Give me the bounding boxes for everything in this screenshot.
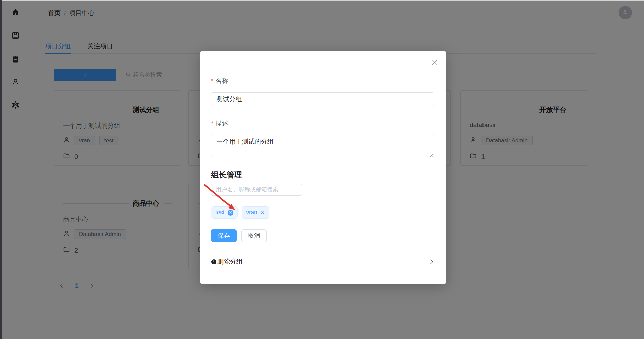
required-asterisk: * bbox=[211, 120, 213, 127]
divider bbox=[211, 271, 434, 271]
remove-member-vran-button[interactable] bbox=[260, 210, 265, 215]
modal-close-button[interactable] bbox=[431, 59, 439, 67]
delete-group-row[interactable]: 删除分组 bbox=[211, 256, 434, 267]
owner-tags: test vran bbox=[211, 206, 269, 219]
group-name-input[interactable] bbox=[211, 92, 434, 106]
name-field-label: *名称 bbox=[211, 77, 228, 85]
warning-icon bbox=[211, 259, 217, 265]
divider bbox=[211, 252, 434, 252]
owners-section-title: 组长管理 bbox=[211, 170, 242, 180]
member-tag-test: test bbox=[211, 206, 238, 219]
close-icon bbox=[229, 209, 232, 216]
remove-member-test-button[interactable] bbox=[228, 210, 233, 216]
member-tag-label: vran bbox=[246, 209, 257, 216]
window-edge-left bbox=[0, 0, 2, 339]
textarea-resize-handle[interactable] bbox=[430, 153, 433, 156]
group-description-textarea[interactable]: 一个用于测试的分组 bbox=[211, 134, 434, 157]
member-search-input[interactable] bbox=[211, 184, 302, 196]
required-asterisk: * bbox=[211, 77, 213, 84]
member-tag-vran: vran bbox=[242, 206, 269, 219]
member-tag-label: test bbox=[215, 209, 224, 216]
delete-group-label: 删除分组 bbox=[217, 257, 243, 266]
close-icon bbox=[261, 209, 264, 216]
close-icon bbox=[431, 62, 438, 67]
app-window: 首页 / 项目中心 项目分组 关注项目 + 测试分组 一个用于测试的分组 vra… bbox=[0, 0, 644, 339]
group-edit-modal: *名称 *描述 一个用于测试的分组 组长管理 test vran bbox=[200, 51, 446, 284]
cancel-button[interactable]: 取消 bbox=[241, 229, 267, 242]
chevron-right-icon bbox=[429, 259, 434, 265]
description-field-label: *描述 bbox=[211, 119, 228, 128]
save-button[interactable]: 保存 bbox=[211, 229, 237, 242]
window-edge-top bbox=[0, 0, 644, 1]
